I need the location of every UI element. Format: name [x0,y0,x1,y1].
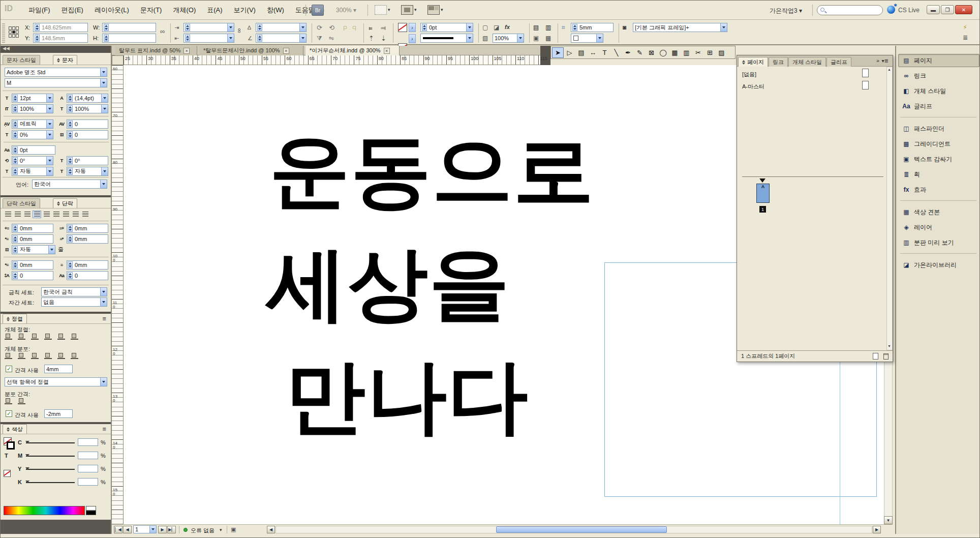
color-panel-menu-icon[interactable]: ≣ [102,426,106,432]
spinner-icon[interactable] [68,168,73,175]
tool-horizontal-grid-icon[interactable]: ▦ [669,47,681,58]
color-slider[interactable] [26,469,75,470]
tool-ellipse-icon[interactable]: ◯ [657,47,669,58]
spinner-icon[interactable] [68,272,73,279]
dropdown-icon[interactable] [46,167,53,175]
drop-shadow-icon[interactable]: ▢ [482,24,488,31]
scale-link-icon[interactable]: ∞ [236,28,243,33]
dropdown-icon[interactable] [720,23,727,32]
attribute-field[interactable]: 0° [67,156,108,165]
menu-item-0[interactable]: 파일(F) [23,6,56,15]
spinner-icon[interactable] [68,225,73,232]
object-style-field[interactable]: [기본 그래픽 프레임]+ [633,23,727,32]
attribute-field[interactable]: 0mm [67,224,108,233]
view-options-icon[interactable] [375,5,387,15]
dock-item-glyphs[interactable]: Aa글리프 [898,100,979,113]
document-tab-1[interactable]: *탈무드문제시안.indd @ 100% [199,46,303,55]
attribute-field[interactable]: 0% [12,130,53,139]
tool-pen-icon[interactable]: ✒ [622,47,634,58]
dropdown-icon[interactable] [100,298,107,306]
language-field[interactable]: 한국어 [32,180,107,189]
tab-paragraph-styles[interactable]: 단락 스타일 [3,198,40,208]
stroke-proxy-swatch[interactable] [7,441,15,450]
stroke-swatch-none[interactable] [398,23,407,32]
color-slider[interactable] [26,456,75,457]
spinner-icon[interactable] [35,24,40,31]
workspace-switcher[interactable]: 가은작업3 ▾ [770,7,802,15]
tool-selection-icon[interactable]: ➤ [552,47,564,58]
menu-item-1[interactable]: 편집(E) [56,6,89,15]
bridge-button[interactable]: Br [312,5,324,16]
tool-direct-selection-icon[interactable]: ▷ [564,47,575,58]
attribute-field[interactable]: 0pt [12,145,55,155]
align-button-2[interactable] [23,211,32,218]
y-field[interactable]: 148.5mm [33,34,88,43]
pages-panel-tab-2[interactable]: 개체 스타일 [788,57,826,67]
stroke-weight-field[interactable]: 0pt [420,23,473,32]
object-distribute-1-icon[interactable] [18,352,26,360]
new-spread-icon[interactable] [873,353,878,360]
dropdown-icon[interactable] [46,131,53,139]
dropdown-icon[interactable] [100,68,107,76]
dropdown-icon[interactable] [596,34,603,42]
w-field[interactable] [102,23,156,32]
preflight-menu-arrow[interactable]: ▾ [220,527,222,532]
attribute-field[interactable]: 0mm [12,224,53,233]
align-button-7[interactable] [71,211,80,218]
spinner-icon[interactable] [13,235,18,243]
horizontal-ruler[interactable]: 2530354045505560657075808590951001051101… [124,55,540,65]
fit-content-icon[interactable]: ▣ [533,35,539,42]
shear-icon[interactable]: ⧩ [317,35,322,42]
attribute-field[interactable]: 0mm [67,234,108,244]
align-button-1[interactable] [13,211,22,218]
align-button-0[interactable] [4,211,12,218]
attribute-field[interactable]: 100% [12,104,53,113]
attribute-field[interactable]: 0° [12,156,53,165]
document-tab-2[interactable]: *이거무슨서체.indd @ 300% [305,46,400,55]
tool-type-icon[interactable]: T [599,47,610,58]
object-align-1-icon[interactable] [18,333,26,340]
use-spacing-checkbox-2[interactable] [6,410,12,417]
dock-item-separations-preview[interactable]: ▥분판 미리 보기 [898,236,979,249]
tab-color[interactable]: 색상 [3,424,27,434]
spinner-icon[interactable] [13,225,18,232]
view-options-arrow[interactable]: ▾ [388,7,390,12]
scroll-left-icon[interactable]: ◀ [267,526,275,533]
master-none-label[interactable]: [없음] [742,71,756,78]
rotate-angle-field[interactable] [256,23,307,32]
object-distribute-4-icon[interactable] [57,352,66,360]
master-a-page-icon[interactable] [862,81,869,89]
dock-item-text-wrap[interactable]: ▣텍스트 감싸기 [898,153,979,166]
dropdown-icon[interactable] [100,288,107,296]
fit-frame-icon[interactable]: ▩ [545,35,551,42]
object-distribute-0-icon[interactable] [5,352,13,360]
dock-item-library[interactable]: ◪가온라이브러리 [898,258,979,272]
first-page-icon[interactable]: ▏◀ [114,526,122,533]
dock-item-stroke[interactable]: ≣획 [898,168,979,181]
attribute-field[interactable]: 0 [67,130,108,139]
attribute-field[interactable]: (14,4pt) [67,94,108,103]
align-button-8[interactable] [81,211,89,218]
corner-shape-field[interactable] [571,34,603,43]
fill-flyout-arrow[interactable]: › [409,34,416,43]
rotate-ccw-icon[interactable]: ⟲ [329,24,334,32]
spinner-icon[interactable] [13,168,18,175]
effects-icon[interactable]: fx [505,24,510,30]
tool-rectangle-frame-icon[interactable]: ⊠ [646,47,657,58]
attribute-field[interactable]: 0 [67,271,108,280]
page-thumbnail[interactable]: A [756,184,770,203]
panel-chevrons-icon[interactable]: » [876,57,879,64]
restore-button[interactable]: ❐ [941,5,954,14]
none-color-icon[interactable] [4,470,11,477]
dock-item-pathfinder[interactable]: ◫패스파인더 [898,122,979,135]
align-panel-menu-icon[interactable]: ≣ [102,316,106,321]
align-button-5[interactable] [52,211,60,218]
dropdown-icon[interactable] [100,378,107,386]
object-distribute-5-icon[interactable] [71,352,79,360]
spinner-icon[interactable] [13,157,18,164]
delete-page-icon[interactable] [883,353,889,360]
quick-apply-icon[interactable]: ⚡ [963,23,967,31]
text-wrap-bounding-icon[interactable]: ▥ [545,24,551,31]
window-arrange-icon[interactable] [427,5,440,15]
align-button-3[interactable] [33,211,41,218]
